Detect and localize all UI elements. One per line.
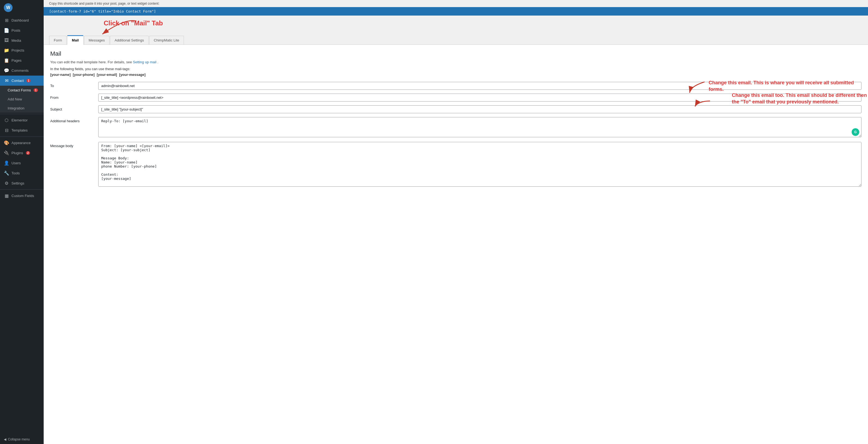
projects-icon: 📁 [4,48,9,53]
sidebar-item-settings[interactable]: ⚙ Settings [0,178,44,188]
sidebar-item-contact-forms[interactable]: Contact Forms 1 [0,86,44,95]
integration-label: Integration [8,106,24,110]
sidebar-item-contact[interactable]: ✉ Contact 1 [0,75,44,86]
mail-title: Mail [50,50,862,57]
shortcode-bar: [contact-form-7 id="6" title="Inbio Cont… [44,7,868,15]
sidebar: W ⊞ Dashboard 📄 Posts 🖼 Media 📁 Projects… [0,0,44,444]
sidebar-item-label: Dashboard [11,18,29,22]
add-new-label: Add New [8,97,22,101]
wordpress-logo-icon: W [4,3,12,12]
contact-icon: ✉ [4,78,9,83]
tabs-container: Form Mail Messages Additional Settings C… [44,35,868,45]
tab-form[interactable]: Form [49,36,67,44]
sidebar-item-plugins[interactable]: 🔌 Plugins 2 [0,148,44,158]
contact-badge: 1 [27,79,31,83]
sidebar-item-label: Elementor [11,118,28,122]
sidebar-item-templates[interactable]: ⊟ Templates [0,125,44,135]
from-row-wrapper: From Change this email too. This email s… [50,94,862,101]
sidebar-item-users[interactable]: 👤 Users [0,158,44,168]
sidebar-item-comments[interactable]: 💬 Comments [0,65,44,75]
to-label: To [50,82,94,88]
message-body-textarea[interactable]: From: [your-name] <[your-email]> Subject… [98,142,862,187]
elementor-icon: ⬡ [4,118,9,123]
mail-content-area: Mail You can edit the mail template here… [44,45,868,444]
sidebar-item-label: Tools [11,171,20,175]
description-suffix: . [157,60,158,64]
templates-icon: ⊟ [4,128,9,133]
tools-icon: 🔧 [4,170,9,176]
tag-your-email: [your-email] [97,72,117,77]
tag-your-message: [your-message] [119,72,146,77]
comments-icon: 💬 [4,68,9,73]
subject-input[interactable] [98,105,862,113]
click-mail-annotation: Click on "Mail" Tab [104,20,163,27]
sidebar-item-dashboard[interactable]: ⊞ Dashboard [0,15,44,25]
dashboard-icon: ⊞ [4,18,9,23]
form-row-message-body: Message body From: [your-name] <[your-em… [50,142,862,187]
annotation-area: Click on "Mail" Tab [44,15,868,35]
subject-label: Subject [50,105,94,112]
description-prefix: You can edit the mail template here. For… [50,60,132,64]
from-label: From [50,94,94,100]
sidebar-item-appearance[interactable]: 🎨 Appearance [0,138,44,148]
sidebar-item-label: Settings [11,181,24,185]
form-row-subject: Subject [50,105,862,113]
mail-description: You can edit the mail template here. For… [50,60,862,65]
sidebar-item-label: Users [11,161,21,165]
sidebar-item-label: Pages [11,58,22,63]
collapse-menu-button[interactable]: ◀ Collapse menu [0,435,44,444]
posts-icon: 📄 [4,28,9,33]
sidebar-item-label: Media [11,38,21,42]
pages-icon: 📋 [4,58,9,63]
to-input[interactable] [98,82,862,90]
sidebar-item-label: Projects [11,48,24,53]
main-content: Copy this shortcode and paste it into yo… [44,0,868,444]
sidebar-item-posts[interactable]: 📄 Posts [0,25,44,35]
sidebar-item-label: Comments [11,68,29,72]
sidebar-item-label: Plugins [11,151,23,155]
form-row-additional-headers: Additional headers Reply-To: [your-email… [50,117,862,138]
plugins-icon: 🔌 [4,150,9,156]
tag-your-phone: [your-phone] [73,72,95,77]
instruction-text: Copy this shortcode and paste it into yo… [49,2,159,5]
tab-chimpmatic-lite[interactable]: ChimpMatic Lite [149,36,184,44]
mail-tags: In the following fields, you can use the… [50,66,862,78]
sidebar-item-projects[interactable]: 📁 Projects [0,45,44,55]
sidebar-item-label: Appearance [11,141,31,145]
appearance-icon: 🎨 [4,140,9,146]
media-icon: 🖼 [4,38,9,43]
additional-headers-textarea[interactable]: Reply-To: [your-email] [98,117,862,137]
sidebar-item-integration[interactable]: Integration [0,104,44,113]
tab-additional-settings[interactable]: Additional Settings [110,36,149,44]
additional-headers-label: Additional headers [50,117,94,123]
sidebar-item-add-new[interactable]: Add New [0,95,44,104]
settings-icon: ⚙ [4,181,9,186]
tag-your-name: [your-name] [50,72,71,77]
message-body-label: Message body [50,142,94,148]
form-row-from: From [50,94,862,101]
contact-forms-badge: 1 [34,88,38,92]
to-row-wrapper: To Change this email. This is whare you … [50,82,862,90]
contact-forms-label: Contact Forms [8,88,31,92]
collapse-icon: ◀ [4,438,6,441]
sidebar-item-custom-fields[interactable]: ▦ Custom Fields [0,191,44,201]
sidebar-item-label: Templates [11,128,28,132]
from-input[interactable] [98,94,862,101]
sidebar-item-pages[interactable]: 📋 Pages [0,55,44,65]
users-icon: 👤 [4,160,9,166]
sidebar-item-elementor[interactable]: ⬡ Elementor [0,115,44,125]
sidebar-logo: W [0,0,44,15]
additional-headers-wrapper: Reply-To: [your-email] G [98,117,862,138]
form-row-to: To [50,82,862,90]
contact-submenu: Contact Forms 1 Add New Integration [0,86,44,113]
plugins-badge: 2 [26,151,30,155]
tab-mail[interactable]: Mail [67,35,83,45]
shortcode-text: [contact-form-7 id="6" title="Inbio Cont… [49,9,156,13]
sidebar-item-media[interactable]: 🖼 Media [0,35,44,45]
tab-messages[interactable]: Messages [84,36,110,44]
sidebar-item-label: Custom Fields [11,194,34,198]
setting-up-mail-link[interactable]: Setting up mail [133,60,156,64]
sidebar-item-label: Contact [11,78,24,83]
instruction-bar: Copy this shortcode and paste it into yo… [44,0,868,7]
sidebar-item-tools[interactable]: 🔧 Tools [0,168,44,178]
